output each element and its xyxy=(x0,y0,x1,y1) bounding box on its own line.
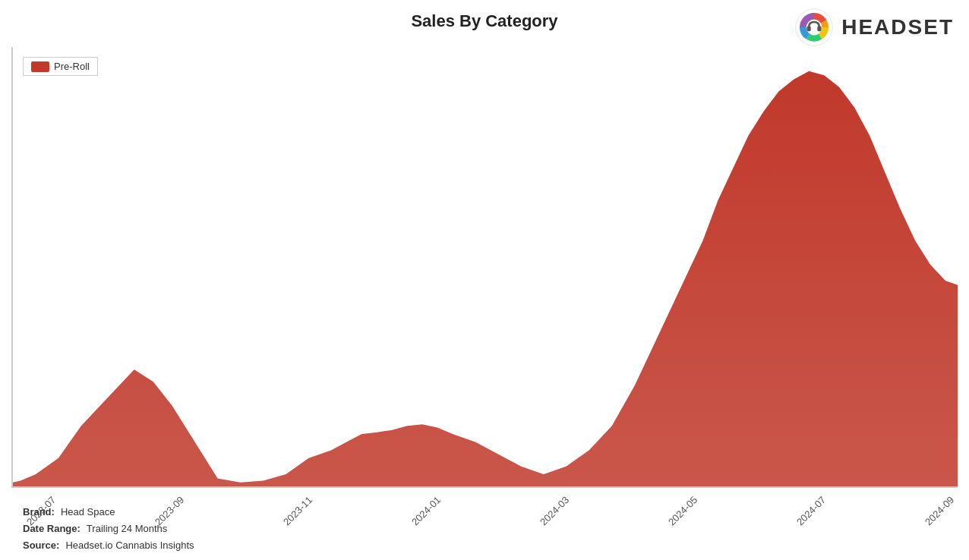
source-value: Headset.io Cannabis Insights xyxy=(65,537,194,554)
source-label: Source: xyxy=(23,537,59,554)
x-label-6: 2024-07 xyxy=(794,494,828,527)
date-range-value: Trailing 24 Months xyxy=(87,521,167,537)
x-label-4: 2024-03 xyxy=(538,494,571,527)
x-label-7: 2024-09 xyxy=(923,494,956,527)
legend-label: Pre-Roll xyxy=(54,61,90,72)
footer-daterange-row: Date Range: Trailing 24 Months xyxy=(23,521,194,537)
area-chart-svg xyxy=(13,47,958,486)
legend-color-swatch xyxy=(31,61,49,72)
chart-legend: Pre-Roll xyxy=(23,57,98,76)
brand-label: Brand: xyxy=(23,504,55,521)
footer-brand-row: Brand: Head Space xyxy=(23,504,194,521)
x-label-5: 2024-05 xyxy=(666,494,699,527)
brand-value: Head Space xyxy=(61,504,115,521)
chart-area xyxy=(11,47,958,488)
x-label-3: 2024-01 xyxy=(409,494,443,527)
chart-title: Sales By Category xyxy=(0,11,969,31)
footer-source-row: Source: Headset.io Cannabis Insights xyxy=(23,537,194,554)
page-container: HEADSET Sales By Category Pre-Roll 2023-… xyxy=(0,0,969,560)
x-label-2: 2023-11 xyxy=(281,494,314,527)
date-range-label: Date Range: xyxy=(23,521,80,537)
footer-info: Brand: Head Space Date Range: Trailing 2… xyxy=(23,504,194,554)
